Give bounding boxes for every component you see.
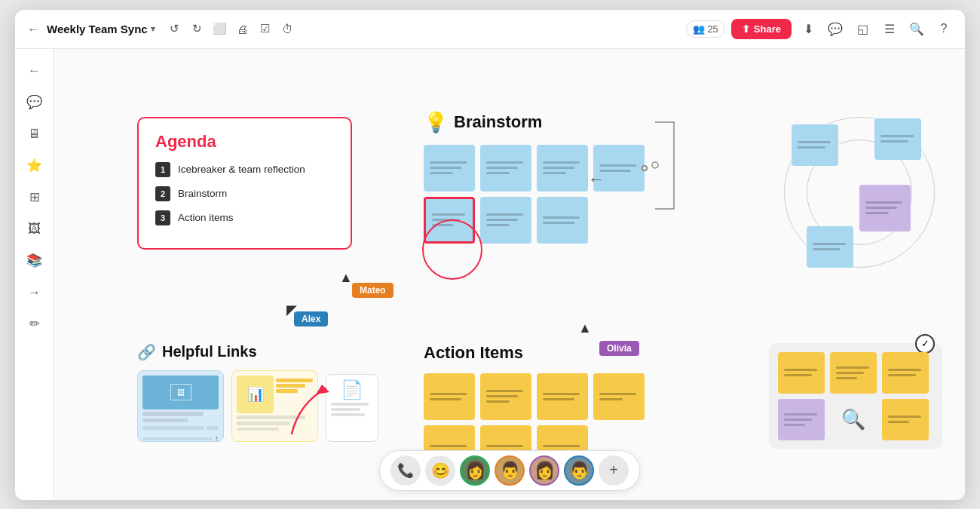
brainstorm-sticky-grid <box>424 145 645 244</box>
panel-sticky-purple[interactable] <box>778 399 825 440</box>
sidebar-screen-icon[interactable]: 🖥 <box>22 121 47 147</box>
panel-sticky-y1[interactable] <box>778 352 825 394</box>
svg-point-0 <box>652 162 658 168</box>
agenda-item-1-text: Icebreaker & team reflection <box>178 164 305 175</box>
sticky-b5[interactable] <box>424 197 475 244</box>
redo-icon[interactable]: ↻ <box>190 21 205 36</box>
back-icon[interactable]: ← <box>26 21 41 36</box>
sidebar-draw-icon[interactable]: ✏ <box>22 311 47 337</box>
avatar-4[interactable]: 👨 <box>564 455 594 486</box>
avatar-2[interactable]: 👨 <box>495 455 525 486</box>
brainstorm-title: 💡 Brainstorm <box>424 111 645 134</box>
cluster-sticky-3[interactable] <box>807 226 853 268</box>
layout-icon[interactable]: ◱ <box>852 18 873 39</box>
comment-icon[interactable]: 💬 <box>825 18 846 39</box>
users-badge[interactable]: 👥 25 <box>686 20 724 38</box>
sidebar-library-icon[interactable]: 📚 <box>22 248 47 274</box>
action-items-title-text: Action Items <box>424 343 523 363</box>
avatar-add-button[interactable]: + <box>599 455 629 486</box>
canvas[interactable]: Agenda 1 Icebreaker & team reflection 2 … <box>54 49 965 500</box>
agenda-card: Agenda 1 Icebreaker & team reflection 2 … <box>137 117 352 250</box>
timer-icon[interactable]: ⏱ <box>280 21 296 36</box>
user-icon: 👥 <box>693 23 705 35</box>
menu-icon[interactable]: ☰ <box>879 18 900 39</box>
cursor-alex-label: Alex <box>302 314 320 324</box>
sidebar-back-icon[interactable]: ← <box>22 58 47 84</box>
helpful-links-section: 🔗 Helpful Links 🖼 <box>137 343 378 442</box>
sticky-b7[interactable] <box>537 197 588 244</box>
avatar-3[interactable]: 👩 <box>529 455 559 486</box>
brainstorm-section: 💡 Brainstorm <box>424 111 645 244</box>
sidebar-image-icon[interactable]: 🖼 <box>22 216 47 242</box>
topbar: ← Weekly Team Sync ▾ ↺ ↻ ⬜ 🖨 ☑ ⏱ 👥 25 ⬆ … <box>15 10 965 49</box>
title-caret: ▾ <box>151 24 155 34</box>
sticky-b6[interactable] <box>480 197 531 244</box>
agenda-num-3: 3 <box>155 210 170 225</box>
action-sticky-y2[interactable] <box>480 373 531 420</box>
frame-icon[interactable]: ⬜ <box>213 21 228 36</box>
cursor-mateo-label: Mateo <box>360 285 386 296</box>
cursor-arrow-mateo: ▲ <box>339 270 353 286</box>
sidebar-star-icon[interactable]: ⭐ <box>22 153 47 179</box>
help-icon[interactable]: ? <box>933 18 954 39</box>
sidebar-export-icon[interactable]: → <box>22 280 47 305</box>
cursor-mateo: Mateo <box>352 283 394 298</box>
panel-sticky-y3[interactable] <box>882 352 929 394</box>
link-card-1[interactable]: 🖼 ↑ <box>137 370 224 442</box>
helpful-links-title: 🔗 Helpful Links <box>137 343 378 361</box>
share-icon: ⬆ <box>742 23 750 35</box>
topbar-right: 👥 25 ⬆ Share ⬇ 💬 ◱ ☰ 🔍 ? <box>686 18 954 39</box>
avatar-1[interactable]: 👩 <box>460 455 490 486</box>
sticky-b1[interactable] <box>424 145 475 192</box>
checkbox-icon[interactable]: ☑ <box>258 21 273 36</box>
agenda-item-3-text: Action items <box>178 212 234 223</box>
sidebar-comment-icon[interactable]: 💬 <box>22 90 47 115</box>
bottom-right-panel: ✓ <box>769 343 942 449</box>
cluster-sticky-1[interactable] <box>792 124 838 166</box>
action-items-title: Action Items <box>424 343 645 363</box>
cluster-sticky-2[interactable] <box>874 118 921 160</box>
cluster-sticky-purple[interactable] <box>859 185 911 232</box>
action-sticky-y3[interactable] <box>537 373 588 420</box>
top-right-cluster: ★ Grace ▲ <box>776 102 942 290</box>
sticky-empty <box>593 197 645 244</box>
panel-sticky-y2[interactable] <box>830 352 877 394</box>
main-layout: ← 💬 🖥 ⭐ ⊞ 🖼 📚 → ✏ Agenda 1 Icebreaker & … <box>15 49 965 500</box>
sidebar-grid-icon[interactable]: ⊞ <box>22 185 47 210</box>
zoom-search-area: 🔍 <box>830 399 877 440</box>
title-text: Weekly Team Sync <box>47 23 148 35</box>
avatars-bar: 📞 😊 👩 👨 👩 👨 + <box>379 450 640 491</box>
agenda-item-1: 1 Icebreaker & team reflection <box>155 162 334 177</box>
undo-icon[interactable]: ↺ <box>167 21 182 36</box>
pink-arrow-svg <box>284 381 345 441</box>
agenda-title: Agenda <box>155 132 334 152</box>
avatar-emoji[interactable]: 😊 <box>425 455 455 486</box>
agenda-num-1: 1 <box>155 162 170 177</box>
brainstorm-icon: 💡 <box>424 111 448 134</box>
users-count: 25 <box>707 23 718 35</box>
checkmark-badge: ✓ <box>915 334 935 354</box>
sticky-b3[interactable] <box>537 145 588 192</box>
share-button[interactable]: ⬆ Share <box>731 19 792 39</box>
print-icon[interactable]: 🖨 <box>235 21 250 36</box>
agenda-item-2: 2 Brainstorm <box>155 186 334 201</box>
download-icon[interactable]: ⬇ <box>798 18 819 39</box>
window-title[interactable]: Weekly Team Sync ▾ <box>47 23 155 35</box>
action-sticky-y4[interactable] <box>593 373 645 420</box>
action-sticky-y1[interactable] <box>424 373 475 420</box>
avatar-phone[interactable]: 📞 <box>390 455 421 486</box>
agenda-num-2: 2 <box>155 186 170 201</box>
app-window: ← Weekly Team Sync ▾ ↺ ↻ ⬜ 🖨 ☑ ⏱ 👥 25 ⬆ … <box>15 10 965 500</box>
agenda-item-2-text: Brainstorm <box>178 188 227 199</box>
panel-sticky-y4[interactable] <box>882 399 929 440</box>
sticky-b2[interactable] <box>480 145 531 192</box>
connector-bracket <box>651 118 681 213</box>
svg-marker-1 <box>316 385 329 394</box>
cursor-arrow-olivia: ▲ <box>578 320 592 336</box>
helpful-links-title-text: Helpful Links <box>162 343 257 360</box>
cursor-alex: Alex <box>294 311 328 327</box>
topbar-left: ← Weekly Team Sync ▾ ↺ ↻ ⬜ 🖨 ☑ ⏱ <box>26 21 678 36</box>
zoom-icon-top[interactable]: 🔍 <box>906 18 927 39</box>
links-icon: 🔗 <box>137 343 156 361</box>
cursor-arrow-alex: ◤ <box>286 302 297 318</box>
